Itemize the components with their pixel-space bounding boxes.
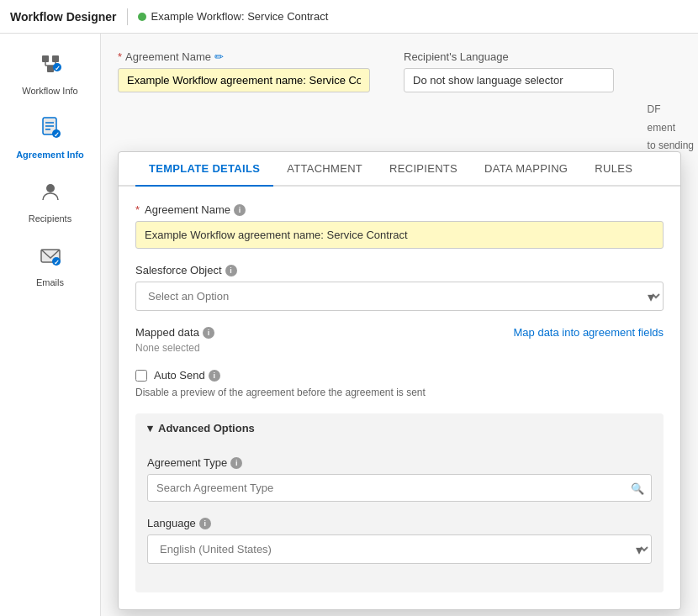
agreement-name-section: * Agreement Name i bbox=[135, 203, 664, 249]
mapped-data-label: Mapped data i bbox=[135, 326, 214, 339]
advanced-options-label: Advanced Options bbox=[158, 422, 255, 434]
advanced-options-body: Agreement Type i Language i bbox=[135, 443, 664, 592]
agreement-name-field[interactable] bbox=[135, 221, 664, 249]
map-data-link[interactable]: Map data into agreement fields bbox=[514, 326, 664, 339]
salesforce-object-select[interactable]: Select an Option bbox=[136, 282, 663, 310]
sidebar-item-workflow-info[interactable]: ✓ Workflow Info bbox=[0, 42, 100, 106]
svg-point-15 bbox=[46, 184, 55, 192]
advanced-options-header[interactable]: ▾ Advanced Options bbox=[135, 413, 664, 443]
agreement-name-form-label: * Agreement Name i bbox=[135, 203, 664, 216]
sidebar-label-agreement-info: Agreement Info bbox=[16, 150, 84, 160]
auto-send-checkbox[interactable] bbox=[135, 370, 147, 382]
auto-send-section: Auto Send i Disable a preview of the agr… bbox=[135, 369, 664, 398]
mapped-data-row: Mapped data i Map data into agreement fi… bbox=[135, 326, 664, 339]
edit-icon[interactable]: ✏ bbox=[214, 50, 224, 63]
auto-send-info-icon[interactable]: i bbox=[209, 370, 220, 382]
agreement-type-search-wrapper[interactable] bbox=[147, 474, 652, 502]
sidebar-item-emails[interactable]: ✓ Emails bbox=[0, 234, 100, 297]
svg-rect-0 bbox=[42, 55, 49, 62]
main-layout: ✓ Workflow Info ✓ Agreement Info bbox=[0, 34, 698, 616]
recipients-language-group: Recipient's Language bbox=[404, 50, 614, 92]
svg-rect-1 bbox=[52, 55, 59, 62]
top-bar: Workflow Designer Example Workflow: Serv… bbox=[0, 0, 698, 34]
tab-bar: TEMPLATE DETAILS ATTACHMENT RECIPIENTS D… bbox=[119, 152, 680, 187]
recipients-language-label: Recipient's Language bbox=[404, 50, 614, 63]
svg-text:✓: ✓ bbox=[53, 131, 59, 139]
auto-send-description: Disable a preview of the agreement befor… bbox=[135, 387, 664, 398]
workflow-name: Example Workflow: Service Contract bbox=[151, 10, 329, 23]
tab-attachment[interactable]: ATTACHMENT bbox=[273, 152, 376, 187]
required-marker: * bbox=[118, 50, 122, 63]
advanced-options-section: ▾ Advanced Options Agreement Type i bbox=[135, 413, 664, 592]
required-star: * bbox=[135, 203, 140, 216]
language-select[interactable]: English (United States) bbox=[148, 535, 651, 563]
agreement-type-section: Agreement Type i bbox=[147, 456, 652, 502]
svg-text:✓: ✓ bbox=[53, 259, 59, 266]
svg-rect-2 bbox=[47, 66, 54, 72]
sidebar-item-agreement-info[interactable]: ✓ Agreement Info bbox=[0, 106, 100, 170]
mapped-data-info-icon[interactable]: i bbox=[203, 327, 214, 339]
agreement-type-info-icon[interactable]: i bbox=[230, 457, 242, 469]
agreement-name-group: * Agreement Name ✏ bbox=[118, 50, 370, 92]
recipients-icon bbox=[39, 180, 62, 208]
agreement-type-label: Agreement Type i bbox=[147, 456, 652, 469]
side-text: DF ement to sending bbox=[648, 101, 694, 155]
tab-recipients[interactable]: RECIPIENTS bbox=[376, 152, 471, 187]
emails-icon: ✓ bbox=[39, 244, 62, 272]
workflow-info-icon: ✓ bbox=[39, 52, 62, 81]
mapped-data-section: Mapped data i Map data into agreement fi… bbox=[135, 326, 664, 354]
language-label: Language i bbox=[147, 517, 652, 529]
salesforce-object-section: Salesforce Object i Select an Option bbox=[135, 264, 664, 311]
sidebar-label-emails: Emails bbox=[36, 277, 64, 287]
sidebar-label-recipients: Recipients bbox=[29, 213, 71, 224]
agreement-name-label: * Agreement Name ✏ bbox=[118, 50, 370, 63]
app-title: Workflow Designer bbox=[10, 10, 117, 24]
tab-data-mapping[interactable]: DATA MAPPING bbox=[471, 152, 581, 187]
svg-text:✓: ✓ bbox=[54, 65, 60, 72]
auto-send-label: Auto Send i bbox=[154, 369, 220, 382]
chevron-down-icon: ▾ bbox=[147, 422, 153, 434]
sidebar-label-workflow-info: Workflow Info bbox=[22, 86, 77, 96]
salesforce-object-label: Salesforce Object i bbox=[135, 264, 664, 276]
recipients-language-input[interactable] bbox=[404, 68, 614, 92]
content-area: * Agreement Name ✏ Recipient's Language … bbox=[101, 34, 698, 616]
agreement-name-input[interactable] bbox=[118, 68, 370, 92]
none-selected-text: None selected bbox=[135, 342, 664, 354]
language-select-wrapper[interactable]: English (United States) bbox=[147, 534, 652, 564]
agreement-info-icon: ✓ bbox=[39, 116, 62, 145]
language-info-icon[interactable]: i bbox=[199, 518, 211, 529]
auto-send-row: Auto Send i bbox=[135, 369, 664, 382]
sidebar: ✓ Workflow Info ✓ Agreement Info bbox=[0, 34, 101, 616]
divider bbox=[127, 8, 128, 25]
workflow-status: Example Workflow: Service Contract bbox=[138, 10, 329, 23]
language-section: Language i English (United States) bbox=[147, 517, 652, 564]
tab-template-details[interactable]: TEMPLATE DETAILS bbox=[135, 152, 273, 187]
salesforce-object-select-wrapper[interactable]: Select an Option bbox=[135, 282, 664, 311]
agreement-name-info-icon[interactable]: i bbox=[234, 204, 246, 216]
agreement-header: * Agreement Name ✏ Recipient's Language bbox=[118, 50, 681, 92]
status-dot bbox=[138, 13, 146, 21]
agreement-type-search-input[interactable] bbox=[148, 475, 651, 501]
salesforce-object-info-icon[interactable]: i bbox=[225, 265, 237, 276]
modal-dialog: TEMPLATE DETAILS ATTACHMENT RECIPIENTS D… bbox=[118, 151, 681, 610]
sidebar-item-recipients[interactable]: Recipients bbox=[0, 170, 100, 234]
modal-content: * Agreement Name i Salesforce Object i S… bbox=[119, 187, 680, 609]
tab-rules[interactable]: RULES bbox=[581, 152, 646, 187]
